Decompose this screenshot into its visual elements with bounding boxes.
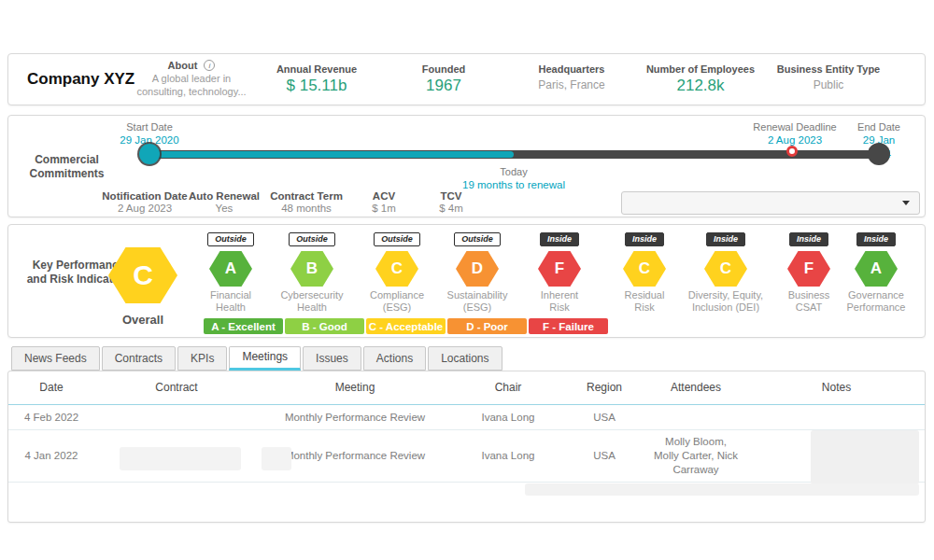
contract-timeline-bar: [149, 150, 879, 159]
cell-attendees: Molly Bloom, Molly Carter, Nick Carraway: [644, 435, 748, 477]
timeline-today-label: Today 19 months to renewal: [462, 165, 565, 192]
position-badge: Inside: [540, 232, 579, 246]
grade-hexagon: F: [787, 251, 830, 287]
grade-legend: A - ExcellentB - GoodC - AcceptableD - P…: [204, 318, 608, 334]
header-field-value: Public: [749, 78, 908, 91]
timeline-end-marker[interactable]: [868, 143, 890, 165]
content-tabs: News FeedsContractsKPIsMeetingsIssuesAct…: [11, 346, 502, 371]
position-badge: Outside: [374, 232, 420, 246]
position-badge: Outside: [454, 232, 501, 246]
grade-hexagon: D: [456, 251, 499, 287]
cell-chair: Ivana Long: [451, 449, 565, 463]
column-header-chair: Chair: [451, 381, 565, 396]
legend-b-good: B - Good: [285, 318, 364, 334]
grade-hexagon: A: [209, 251, 252, 287]
tab-locations[interactable]: Locations: [428, 346, 502, 371]
info-icon[interactable]: i: [204, 60, 215, 71]
position-badge: Inside: [789, 232, 828, 246]
company-header-card: Company XYZ About i A global leader in c…: [7, 53, 926, 105]
commercial-commitments-card: Commercial Commitments Start Date 29 Jan…: [7, 115, 926, 217]
indicator-label: Inherent Risk: [511, 289, 608, 314]
timeline-renewal-label: Renewal Deadline 2 Aug 2023: [753, 120, 836, 147]
timeline-elapsed-fill: [150, 151, 514, 158]
indicator-label: Governance Performance: [828, 289, 925, 314]
header-field-label: Business Entity Type: [749, 63, 908, 75]
contract-selector-dropdown[interactable]: [621, 191, 920, 215]
cell-region: USA: [565, 449, 644, 463]
cell-meeting: Monthly Performance Review: [259, 411, 451, 425]
header-field-business-entity-type: Business Entity TypePublic: [749, 63, 908, 91]
column-header-attendees: Attendees: [644, 381, 748, 396]
column-header-contract: Contract: [94, 381, 259, 396]
redacted-next-row: [525, 483, 919, 496]
detail-value: $ 4m: [400, 203, 502, 214]
overall-label: Overall: [122, 313, 163, 327]
tab-news-feeds[interactable]: News Feeds: [11, 346, 100, 371]
cell-date: 4 Jan 2022: [8, 449, 94, 463]
tab-actions[interactable]: Actions: [363, 346, 426, 371]
commitments-section-label: Commercial Commitments: [18, 153, 116, 181]
kpi-indicator-inherent-risk: InsideFInherent Risk: [511, 225, 608, 314]
column-header-notes: Notes: [748, 381, 925, 396]
cell-date: 4 Feb 2022: [8, 411, 94, 425]
commit-detail-tcv: TCV$ 4m: [400, 190, 502, 214]
chevron-down-icon: [902, 201, 910, 205]
dashboard-page: Company XYZ About i A global leader in c…: [0, 0, 934, 560]
column-header-meeting: Meeting: [259, 381, 451, 396]
legend-a-excellent: A - Excellent: [204, 318, 283, 334]
position-badge: Outside: [289, 232, 335, 246]
position-badge: Inside: [856, 232, 896, 246]
about-label: About: [168, 60, 198, 71]
tab-meetings[interactable]: Meetings: [229, 346, 301, 371]
position-badge: Inside: [625, 232, 664, 246]
indicator-label: Cybersecurity Health: [263, 289, 361, 314]
tab-contracts[interactable]: Contracts: [102, 346, 176, 371]
table-row[interactable]: 4 Feb 2022Monthly Performance ReviewIvan…: [8, 405, 925, 430]
position-badge: Outside: [207, 232, 254, 246]
legend-f-failure: F - Failure: [529, 318, 608, 334]
redacted-notes-cell: [811, 430, 919, 484]
kpi-indicator-cybersecurity-health: OutsideBCybersecurity Health: [263, 225, 361, 314]
cell-region: USA: [565, 411, 644, 425]
column-header-region: Region: [565, 381, 644, 396]
kpi-card: Key Performance and Risk Indicators C Ov…: [7, 224, 926, 338]
redacted-contract-cell: [120, 447, 241, 470]
meetings-table-card: DateContractMeetingChairRegionAttendeesN…: [7, 371, 926, 523]
redacted-contract-cell: [262, 447, 291, 470]
timeline-renewal-marker[interactable]: [786, 146, 798, 157]
grade-hexagon: B: [290, 251, 333, 287]
grade-hexagon: C: [623, 251, 666, 287]
legend-d-poor: D - Poor: [447, 318, 527, 334]
table-header-row: DateContractMeetingChairRegionAttendeesN…: [8, 371, 925, 405]
legend-c-acceptable: C - Acceptable: [366, 318, 446, 334]
grade-hexagon: C: [375, 251, 418, 287]
tab-issues[interactable]: Issues: [303, 346, 361, 371]
kpi-indicator-governance-performance: InsideAGovernance Performance: [828, 225, 925, 314]
column-header-date: Date: [8, 381, 94, 396]
grade-hexagon: C: [704, 251, 747, 287]
tab-kpis[interactable]: KPIs: [177, 346, 227, 371]
cell-chair: Ivana Long: [451, 411, 565, 425]
overall-grade-letter: C: [133, 259, 153, 291]
position-badge: Inside: [706, 232, 745, 246]
grade-hexagon: A: [855, 251, 898, 287]
grade-hexagon: F: [538, 251, 581, 287]
overall-grade-hexagon: C: [108, 247, 177, 303]
detail-label: TCV: [400, 190, 502, 202]
timeline-start-marker[interactable]: [139, 144, 160, 164]
